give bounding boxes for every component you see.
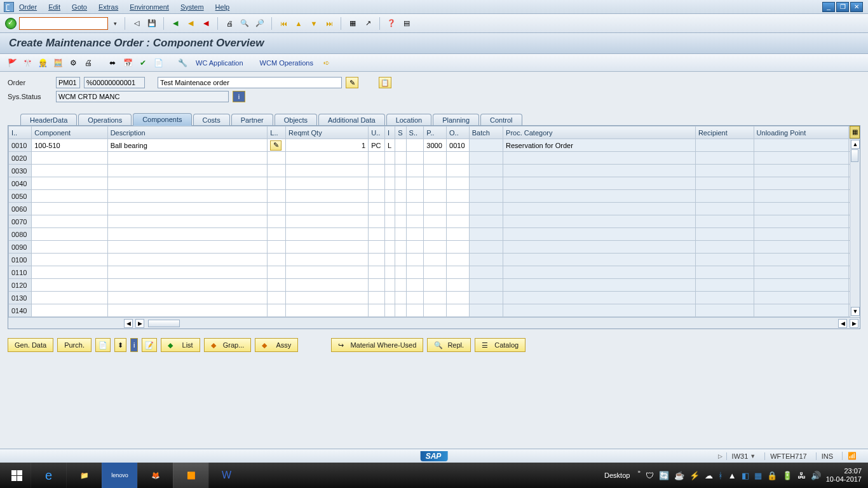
cell[interactable]: [395, 266, 406, 279]
cell[interactable]: [385, 190, 395, 203]
cell[interactable]: [695, 304, 754, 317]
cell[interactable]: [406, 266, 424, 279]
cell[interactable]: [369, 266, 385, 279]
cell[interactable]: [286, 215, 369, 228]
col-header[interactable]: Component: [32, 126, 107, 139]
cell[interactable]: 0120: [9, 279, 32, 292]
messages-icon[interactable]: ▷: [718, 453, 722, 459]
cell[interactable]: [268, 279, 286, 292]
cell[interactable]: [107, 228, 268, 241]
cell[interactable]: 0040: [9, 177, 32, 190]
cell[interactable]: [369, 241, 385, 254]
cell[interactable]: [32, 241, 107, 254]
cell[interactable]: [385, 292, 395, 304]
cell[interactable]: [503, 165, 696, 177]
cell[interactable]: [369, 203, 385, 215]
col-header[interactable]: O..: [447, 126, 470, 139]
command-history-dropdown[interactable]: ▾: [111, 18, 119, 29]
cell[interactable]: [107, 304, 268, 317]
cell[interactable]: [503, 266, 696, 279]
cell[interactable]: [107, 190, 268, 203]
cell[interactable]: [406, 241, 424, 254]
cell[interactable]: [469, 215, 503, 228]
cell[interactable]: [695, 203, 754, 215]
cell[interactable]: [385, 241, 395, 254]
cell[interactable]: [107, 254, 268, 266]
cell[interactable]: [286, 165, 369, 177]
cell[interactable]: 0140: [9, 304, 32, 317]
tab-planning[interactable]: Planning: [433, 114, 479, 126]
table-row[interactable]: 0010100-510Ball bearing✎1PCL30000010Rese…: [9, 139, 860, 152]
horizontal-scrollbar[interactable]: ◀ ▶ ◀ ▶: [8, 317, 860, 329]
gen-data-button[interactable]: Gen. Data: [8, 338, 53, 352]
cell[interactable]: [32, 279, 107, 292]
cell[interactable]: [469, 139, 503, 152]
close-button[interactable]: ✕: [850, 2, 863, 12]
wc-app-icon[interactable]: 🔧: [177, 57, 188, 69]
cell[interactable]: [503, 203, 696, 215]
tab-additional-data[interactable]: Additional Data: [318, 114, 385, 126]
cell[interactable]: [406, 304, 424, 317]
exit-icon[interactable]: ◀: [184, 18, 197, 29]
cell[interactable]: [385, 254, 395, 266]
wc-application-link[interactable]: WC Application: [196, 59, 243, 67]
menu-order[interactable]: Order: [19, 3, 37, 11]
cell[interactable]: [754, 292, 848, 304]
order-number-field[interactable]: %00000000001: [84, 77, 145, 88]
cell[interactable]: [32, 304, 107, 317]
cell[interactable]: [107, 279, 268, 292]
cell[interactable]: [503, 254, 696, 266]
cell[interactable]: ✎: [268, 139, 286, 152]
cell[interactable]: [107, 241, 268, 254]
material-where-used-button[interactable]: ↪ Material Where-Used: [331, 338, 423, 352]
cell[interactable]: [395, 241, 406, 254]
cell[interactable]: [447, 177, 470, 190]
longtext-cell-icon[interactable]: ✎: [270, 140, 281, 151]
purch-button[interactable]: Purch.: [57, 338, 92, 352]
cell[interactable]: [406, 292, 424, 304]
graphic-button[interactable]: ◆ Grap...: [204, 338, 252, 352]
table-row[interactable]: 0120: [9, 279, 860, 292]
cell[interactable]: 0110: [9, 266, 32, 279]
cell[interactable]: [385, 165, 395, 177]
cell[interactable]: 0080: [9, 228, 32, 241]
cell[interactable]: [469, 292, 503, 304]
col-header[interactable]: Description: [107, 126, 268, 139]
taskbar-sap-icon[interactable]: 🟧: [173, 463, 208, 488]
col-header[interactable]: P..: [424, 126, 447, 139]
command-field[interactable]: [19, 17, 108, 30]
cell[interactable]: [395, 203, 406, 215]
order-type-field[interactable]: PM01: [56, 77, 80, 88]
table-row[interactable]: 0020: [9, 152, 860, 165]
cell[interactable]: [424, 241, 447, 254]
cell[interactable]: L: [385, 139, 395, 152]
vertical-scrollbar[interactable]: ▲ ▼: [850, 139, 860, 317]
cell[interactable]: [268, 228, 286, 241]
cell[interactable]: [503, 241, 696, 254]
new-session-icon[interactable]: ▦: [346, 18, 359, 29]
cell[interactable]: [385, 266, 395, 279]
cell[interactable]: [395, 215, 406, 228]
cell[interactable]: [695, 165, 754, 177]
cell[interactable]: [447, 215, 470, 228]
cell[interactable]: [369, 254, 385, 266]
tcode-segment[interactable]: IW31 ▼: [726, 452, 761, 460]
tray-lock-icon[interactable]: 🔒: [767, 471, 777, 480]
cell[interactable]: [469, 203, 503, 215]
cell[interactable]: [406, 203, 424, 215]
cell[interactable]: 100-510: [32, 139, 107, 152]
cell[interactable]: [286, 177, 369, 190]
text-icon[interactable]: 📝: [142, 338, 157, 352]
cell[interactable]: [286, 254, 369, 266]
tab-partner[interactable]: Partner: [231, 114, 273, 126]
cell[interactable]: 0030: [9, 165, 32, 177]
cell[interactable]: [424, 203, 447, 215]
cell[interactable]: [406, 152, 424, 165]
col-header[interactable]: Reqmt Qty: [286, 126, 369, 139]
cell[interactable]: [406, 254, 424, 266]
tab-components[interactable]: Components: [133, 113, 191, 126]
cell[interactable]: [447, 279, 470, 292]
cell[interactable]: [268, 165, 286, 177]
cell[interactable]: [32, 228, 107, 241]
tray-volume-icon[interactable]: 🔊: [811, 471, 821, 480]
